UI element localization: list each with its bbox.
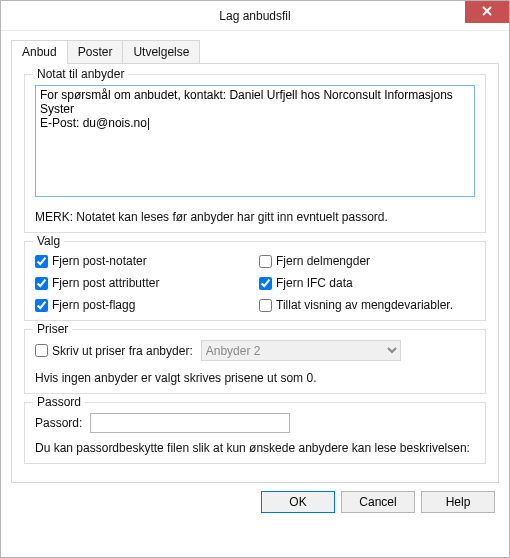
chk-skriv-ut-priser[interactable]: Skriv ut priser fra anbyder: (35, 344, 193, 358)
ok-button[interactable]: OK (261, 491, 335, 513)
chk-fjern-delmengder-input[interactable] (259, 255, 272, 268)
tab-poster[interactable]: Poster (67, 40, 124, 63)
chk-tillat-mengdevariabler-label: Tillat visning av mengdevariabler. (276, 298, 453, 312)
notat-note: MERK: Notatet kan leses før anbyder har … (35, 210, 475, 224)
priser-note: Hvis ingen anbyder er valgt skrives pris… (35, 371, 475, 385)
group-priser: Priser Skriv ut priser fra anbyder: Anby… (24, 329, 486, 394)
chk-fjern-post-attributter[interactable]: Fjern post attributter (35, 276, 251, 290)
group-priser-legend: Priser (33, 322, 72, 336)
group-notat-legend: Notat til anbyder (33, 67, 128, 81)
chk-tillat-mengdevariabler[interactable]: Tillat visning av mengdevariabler. (259, 298, 475, 312)
tab-anbud[interactable]: Anbud (11, 40, 68, 64)
chk-skriv-ut-priser-input[interactable] (35, 344, 48, 357)
close-icon (482, 5, 492, 19)
chk-fjern-delmengder-label: Fjern delmengder (276, 254, 370, 268)
notat-textarea[interactable]: For spørsmål om anbudet, kontakt: Daniel… (35, 85, 475, 197)
chk-fjern-ifc-data-input[interactable] (259, 277, 272, 290)
chk-tillat-mengdevariabler-input[interactable] (259, 299, 272, 312)
passord-input[interactable] (90, 413, 290, 433)
anbyder-select[interactable]: Anbyder 2 (201, 340, 401, 361)
chk-fjern-post-attributter-input[interactable] (35, 277, 48, 290)
tab-utvelgelse[interactable]: Utvelgelse (122, 40, 200, 63)
chk-fjern-post-flagg-input[interactable] (35, 299, 48, 312)
title-bar: Lag anbudsfil (1, 1, 509, 31)
chk-fjern-post-notater-input[interactable] (35, 255, 48, 268)
window-title: Lag anbudsfil (219, 9, 290, 23)
group-valg-legend: Valg (33, 234, 64, 248)
chk-skriv-ut-priser-label: Skriv ut priser fra anbyder: (52, 344, 193, 358)
chk-fjern-post-notater[interactable]: Fjern post-notater (35, 254, 251, 268)
group-valg: Valg Fjern post-notater Fjern delmengder… (24, 241, 486, 321)
passord-note: Du kan passordbeskytte filen slik at kun… (35, 441, 475, 455)
chk-fjern-ifc-data-label: Fjern IFC data (276, 276, 353, 290)
button-bar: OK Cancel Help (11, 483, 499, 513)
chk-fjern-post-attributter-label: Fjern post attributter (52, 276, 159, 290)
chk-fjern-delmengder[interactable]: Fjern delmengder (259, 254, 475, 268)
chk-fjern-post-flagg[interactable]: Fjern post-flagg (35, 298, 251, 312)
chk-fjern-ifc-data[interactable]: Fjern IFC data (259, 276, 475, 290)
chk-fjern-post-notater-label: Fjern post-notater (52, 254, 147, 268)
cancel-button[interactable]: Cancel (341, 491, 415, 513)
tab-strip: Anbud Poster Utvelgelse (11, 39, 499, 63)
group-notat: Notat til anbyder For spørsmål om anbude… (24, 74, 486, 233)
chk-fjern-post-flagg-label: Fjern post-flagg (52, 298, 135, 312)
close-button[interactable] (465, 1, 509, 23)
help-button[interactable]: Help (421, 491, 495, 513)
group-passord-legend: Passord (33, 395, 85, 409)
passord-label: Passord: (35, 416, 82, 430)
group-passord: Passord Passord: Du kan passordbeskytte … (24, 402, 486, 464)
tab-panel-anbud: Notat til anbyder For spørsmål om anbude… (11, 63, 499, 483)
